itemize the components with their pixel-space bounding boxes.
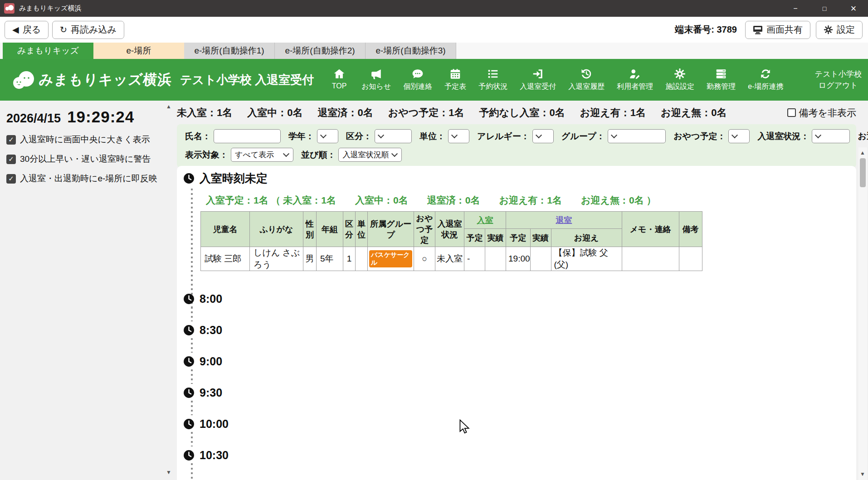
timeline-dots [191,401,193,415]
col-header-entry-plan: 予定 [464,229,485,247]
megaphone-icon [371,68,382,80]
tab-e-basho-auto2[interactable]: e-場所(自動操作2) [275,43,366,59]
snack-filter-select[interactable] [728,129,750,143]
scroll-up-icon[interactable]: ▲ [166,103,171,110]
school-name: テスト小学校 [815,68,862,80]
server-icon [715,68,727,80]
reload-button[interactable]: ↻ 再読み込み [52,21,124,39]
group-badge: バスケサークル [369,250,412,267]
list-icon [487,68,499,80]
col-header-sex: 性別 [303,212,317,247]
hide-note-toggle[interactable]: 備考を非表示 [787,107,857,119]
name-filter-input[interactable] [214,129,281,143]
window-title: みまもりキッズ横浜 [19,4,81,13]
col-header-status: 入退室状況 [435,212,464,247]
col-header-exit-link[interactable]: 退室 [506,212,622,229]
nav-reservation-status[interactable]: 予約状況 [478,68,507,92]
timeline-dots [191,307,193,321]
nav-entry-exit-reception[interactable]: 入退室受付 [520,68,556,92]
col-header-entry-actual: 実績 [485,229,506,247]
tab-mimamori-kids[interactable]: みまもりキッズ [3,43,93,59]
slot-0830: 8:30 [177,323,856,354]
back-icon: ◀ [12,24,19,35]
checkbox-checked-icon[interactable] [6,155,16,164]
scroll-up-icon[interactable]: ▲ [860,150,865,156]
logout-link[interactable]: ログアウト [815,80,862,92]
tab-e-basho-auto1[interactable]: e-場所(自動操作1) [184,43,275,59]
time-slot-label: 10:30 [200,449,229,462]
tab-bar: みまもりキッズ e-場所 e-場所(自動操作1) e-場所(自動操作2) e-場… [0,43,868,59]
slot-0900: 9:00 [177,354,856,386]
snack-filter-label: おやつ予定： [673,131,726,142]
group-filter-select[interactable] [608,129,666,143]
cell-group: バスケサークル [368,247,414,271]
nav-work-management[interactable]: 勤務管理 [707,68,736,92]
checkbox-unchecked-icon[interactable] [787,108,796,117]
category-filter-select[interactable] [375,129,412,143]
nav-e-basho-link[interactable]: e-場所連携 [748,68,783,92]
category-filter-label: 区分： [346,131,372,142]
app-header: みまもりキッズ横浜 テスト小学校 入退室受付 TOP お知らせ 個別連絡 予定表… [0,59,868,101]
sidebar: 2026/4/15 19:29:24 入退室時に画面中央に大きく表示 30分以上… [0,101,168,480]
tab-e-basho[interactable]: e-場所 [93,43,184,59]
status-bar: 未入室：1名 入室中：0名 退室済：0名 おやつ予定：1名 予約なし入室：0名 … [177,101,856,121]
screen-share-button[interactable]: 画面共有 [745,21,810,39]
mouse-cursor [459,419,471,435]
nav-news[interactable]: お知らせ [361,68,391,92]
current-time: 19:29:24 [67,108,134,126]
clock-icon [183,325,195,336]
history-icon [580,68,592,80]
grade-filter-select[interactable] [317,129,338,143]
nav-entry-exit-history[interactable]: 入退室履歴 [568,68,605,92]
clock-icon [183,356,195,367]
close-button[interactable]: × [839,0,868,17]
settings-button[interactable]: 設定 [816,21,863,39]
col-header-name: 児童名 [201,212,250,247]
student-row[interactable]: 試験 三郎 しけん さぶろう 男 5年 1 バスケサークル ○ 未入室 - 19… [201,247,702,271]
main-panel: 未入室：1名 入室中：0名 退室済：0名 おやつ予定：1名 予約なし入室：0名 … [177,101,856,480]
checkbox-checked-icon[interactable] [6,135,16,145]
option-ebasho-sync[interactable]: 入退室・出退勤時にe-場所に即反映 [6,173,168,184]
cell-kana: しけん さぶろう [250,247,303,271]
cell-grade: 5年 [317,247,343,271]
scroll-down-icon[interactable]: ▼ [166,469,171,475]
nav-message[interactable]: 個別連絡 [403,68,432,92]
col-header-entry-link[interactable]: 入室 [464,212,506,229]
cell-entry-actual [485,247,506,271]
terminal-number: 端末番号: 3789 [675,24,737,36]
col-header-note: 備考 [679,212,702,247]
minimize-button[interactable]: − [781,0,810,17]
tab-e-basho-auto3[interactable]: e-場所(自動操作3) [366,43,456,59]
unit-filter-select[interactable] [448,129,469,143]
group-filter-label: グループ： [561,131,605,142]
status-filter-select[interactable] [812,129,850,143]
nav-schedule[interactable]: 予定表 [444,68,466,92]
nav-user-management[interactable]: 利用者管理 [617,68,653,92]
cell-snack: ○ [414,247,435,271]
back-button[interactable]: ◀ 戻る [5,21,49,39]
option-warn-early-late[interactable]: 30分以上早い・遅い退室時に警告 [6,153,168,165]
browser-toolbar: ◀ 戻る ↻ 再読み込み 端末番号: 3789 画面共有 設定 [0,17,868,43]
col-header-grade: 年組 [317,212,343,247]
cell-sex: 男 [303,247,317,271]
maximize-button[interactable]: □ [810,0,839,17]
slot-summary: 入室予定：1名 （ 未入室：1名 入室中：0名 退室済：0名 お迎え有：1名 お… [206,194,856,207]
col-header-category: 区分 [343,212,356,247]
slot-1000: 10:00 [177,417,856,448]
scrollbar-thumb[interactable] [860,158,866,187]
allergy-filter-select[interactable] [532,129,554,143]
sort-order-select[interactable]: 入退室状況順 [338,148,402,162]
scroll-down-icon[interactable]: ▼ [860,471,865,477]
nav-facility-settings[interactable]: 施設設定 [665,68,694,92]
cell-note [679,247,702,271]
nav-top[interactable]: TOP [329,68,349,90]
checkbox-checked-icon[interactable] [6,174,16,184]
current-date: 2026/4/15 [6,112,61,126]
col-header-exit-actual: 実績 [530,229,551,247]
display-target-select[interactable]: すべて表示 [231,148,293,162]
calendar-icon [449,68,461,80]
option-display-large[interactable]: 入退室時に画面中央に大きく表示 [6,134,168,145]
time-slot-label: 10:00 [200,417,229,431]
main-scrollbar[interactable]: ▲ ▼ [858,147,867,480]
sidebar-scrollbar[interactable]: ▲ ▼ [165,101,174,480]
